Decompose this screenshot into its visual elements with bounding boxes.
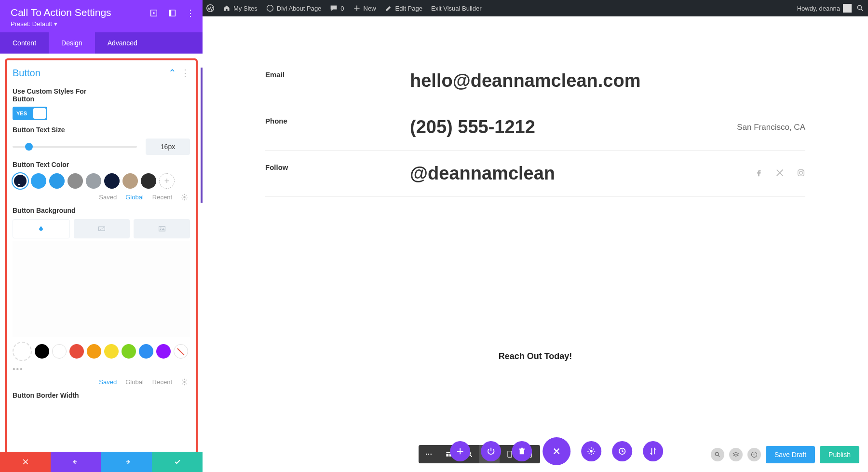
save-draft-button[interactable]: Save Draft	[766, 446, 815, 463]
svg-point-28	[715, 452, 719, 456]
palette-tab-global[interactable]: Global	[125, 194, 144, 201]
text-size-slider[interactable]	[13, 146, 137, 148]
section-more-icon[interactable]: ⋮	[180, 67, 190, 79]
svg-point-2	[857, 5, 861, 9]
text-size-input[interactable]: 16px	[146, 139, 190, 155]
bg-label: Button Background	[13, 207, 190, 214]
settings-sidebar: Call To Action Settings Preset: Default …	[0, 0, 203, 472]
tab-content[interactable]: Content	[0, 32, 49, 54]
color-swatch[interactable]	[104, 173, 120, 189]
bg-swatch[interactable]	[156, 344, 171, 359]
screen-icon[interactable]	[168, 9, 176, 17]
publish-button[interactable]: Publish	[820, 446, 859, 463]
bg-swatch[interactable]	[104, 344, 119, 359]
bg-swatch[interactable]	[87, 344, 101, 359]
builder-toolbar	[450, 437, 663, 465]
bg-palette-tab-global[interactable]: Global	[125, 378, 144, 386]
svg-point-1	[267, 5, 273, 12]
search-small-icon[interactable]	[711, 448, 724, 461]
tab-design[interactable]: Design	[49, 32, 95, 54]
layers-icon[interactable]	[729, 448, 743, 461]
close-builder-button[interactable]	[542, 437, 570, 465]
user-avatar	[843, 4, 852, 13]
bg-palette-tab-saved[interactable]: Saved	[99, 378, 117, 386]
expand-icon[interactable]	[149, 9, 158, 17]
section-title[interactable]: Button	[13, 68, 41, 79]
tab-advanced[interactable]: Advanced	[95, 32, 150, 54]
publish-toolbar: ? Save Draft Publish	[711, 446, 859, 463]
search-icon[interactable]	[856, 4, 864, 12]
svg-point-26	[590, 450, 593, 452]
border-width-label: Button Border Width	[13, 391, 190, 399]
color-swatch[interactable]	[49, 173, 65, 189]
palette-gear-icon[interactable]	[181, 194, 188, 201]
palette-tab-saved[interactable]: Saved	[99, 194, 117, 201]
bg-swatch[interactable]	[122, 344, 136, 359]
svg-point-11	[183, 381, 186, 383]
preset-selector[interactable]: Preset: Default ▾	[11, 20, 192, 28]
color-swatch[interactable]	[31, 173, 46, 189]
chevron-up-icon[interactable]: ⌃	[168, 67, 176, 79]
help-icon[interactable]: ?	[747, 448, 761, 461]
bg-swatch[interactable]	[69, 344, 84, 359]
new-content-link[interactable]: New	[353, 4, 376, 12]
contact-row-email: Email hello@deannamclean.com	[265, 58, 805, 104]
color-swatch[interactable]	[86, 173, 101, 189]
bg-tab-gradient[interactable]	[74, 219, 130, 238]
bg-palette-gear-icon[interactable]	[181, 378, 188, 386]
add-color-swatch[interactable]: +	[159, 173, 175, 189]
color-swatch[interactable]	[141, 173, 156, 189]
svg-rect-9	[159, 226, 165, 231]
sort-button[interactable]	[643, 441, 663, 461]
bg-swatch[interactable]	[35, 344, 49, 359]
color-swatch[interactable]	[122, 173, 138, 189]
svg-rect-19	[446, 454, 448, 457]
my-sites-link[interactable]: My Sites	[223, 4, 258, 12]
save-button[interactable]	[152, 452, 203, 472]
wp-logo[interactable]	[206, 4, 214, 12]
palette-tab-recent[interactable]: Recent	[152, 194, 172, 201]
bg-tab-image[interactable]	[134, 219, 190, 238]
howdy-user[interactable]: Howdy, deanna	[797, 4, 852, 13]
power-button[interactable]	[481, 441, 501, 461]
bg-current-swatch[interactable]	[13, 342, 32, 361]
color-swatch[interactable]	[68, 173, 83, 189]
edit-page-link[interactable]: Edit Page	[385, 4, 422, 12]
contact-row-follow: Follow @deannamclean	[265, 151, 805, 197]
svg-point-17	[431, 454, 432, 455]
facebook-icon[interactable]	[754, 168, 763, 179]
custom-styles-toggle[interactable]: YES	[13, 107, 47, 120]
comments-link[interactable]: 0	[330, 4, 344, 12]
svg-point-4	[153, 12, 155, 14]
bg-swatch[interactable]	[52, 344, 67, 359]
svg-rect-6	[169, 10, 172, 16]
more-icon[interactable]: ⋮	[186, 9, 195, 17]
more-dots-icon[interactable]: •••	[13, 365, 190, 374]
add-button[interactable]	[450, 441, 470, 461]
exit-visual-builder-link[interactable]: Exit Visual Builder	[431, 5, 482, 12]
bg-palette-tab-recent[interactable]: Recent	[152, 378, 172, 386]
bg-swatch[interactable]	[139, 344, 153, 359]
redo-button[interactable]	[101, 452, 152, 472]
more-view-icon[interactable]	[419, 445, 439, 463]
site-name-link[interactable]: Divi About Page	[266, 4, 322, 12]
settings-tabs: Content Design Advanced	[0, 32, 203, 54]
bg-swatch-none[interactable]	[174, 344, 188, 359]
bg-tab-color[interactable]	[13, 219, 70, 238]
delete-button[interactable]	[512, 441, 532, 461]
bg-color-canvas[interactable]	[13, 241, 190, 337]
text-color-label: Button Text Color	[13, 161, 190, 168]
settings-header: Call To Action Settings Preset: Default …	[0, 0, 203, 32]
instagram-icon[interactable]	[797, 168, 805, 179]
cta-heading: Reach Out Today!	[265, 351, 805, 361]
x-twitter-icon[interactable]	[775, 168, 784, 179]
sidebar-footer	[0, 452, 203, 472]
svg-point-14	[802, 170, 803, 171]
svg-point-15	[426, 454, 427, 455]
cancel-button[interactable]	[0, 452, 51, 472]
history-button[interactable]	[612, 441, 632, 461]
settings-button[interactable]	[581, 441, 601, 461]
undo-button[interactable]	[51, 452, 101, 472]
color-picker-swatch[interactable]	[13, 173, 28, 189]
text-size-label: Button Text Size	[13, 126, 190, 134]
